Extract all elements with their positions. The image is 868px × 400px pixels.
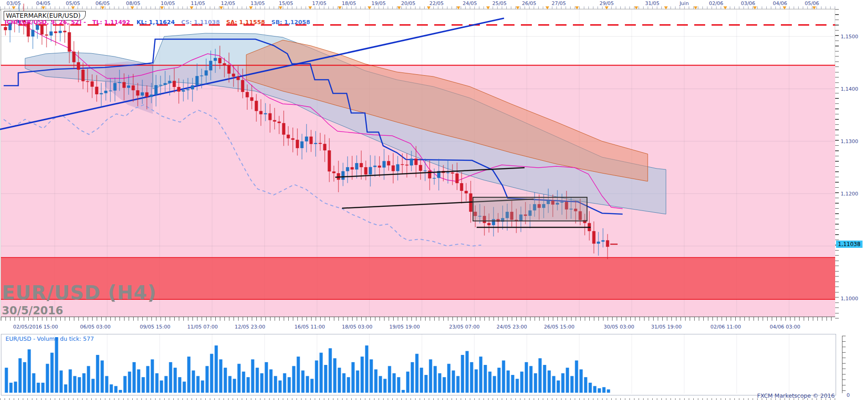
day-marker-arrow-icon <box>368 6 371 10</box>
day-marker-arrow-icon <box>427 6 431 10</box>
indicator-value: SB: 1,12058 <box>271 19 310 26</box>
bottom-axis-label: 12/05 23:00 <box>235 324 265 330</box>
indicator-value: TL: 1,11492 <box>92 19 130 26</box>
day-marker-arrow-icon <box>753 6 757 10</box>
current-price-badge: 1,11038 <box>836 241 863 248</box>
price-tick-label: 1,1400 <box>841 86 858 92</box>
day-marker-arrow-icon <box>12 6 16 10</box>
day-marker-arrow-icon <box>130 6 134 10</box>
bottom-axis-label: 11/05 07:00 <box>187 324 218 330</box>
day-marker-arrow-icon <box>249 6 253 10</box>
symbol-watermark: EUR/USD (H4) <box>2 283 156 303</box>
chart-window: 03/0504/0505/0506/0508/0510/0511/0512/05… <box>0 0 868 400</box>
day-marker-arrow-icon <box>338 6 342 10</box>
bottom-axis-label: 26/05 15:00 <box>544 324 575 330</box>
price-tick-label: 1,1300 <box>841 138 858 144</box>
bottom-axis-label: 24/05 23:00 <box>497 324 527 330</box>
day-marker-arrow-icon <box>42 6 45 10</box>
price-axis-ticks <box>835 9 839 321</box>
volume-axis: 0 <box>839 336 867 396</box>
bottom-tick-ruler <box>1 317 835 321</box>
day-marker-arrow-icon <box>664 6 668 10</box>
day-marker-arrow-icon <box>783 6 786 10</box>
day-marker-arrow-icon <box>457 6 460 10</box>
bottom-axis-label: 19/05 19:00 <box>390 324 420 330</box>
price-tick-label: 1,1000 <box>841 296 858 302</box>
day-marker-arrow-icon <box>160 6 164 10</box>
day-marker-arrow-icon <box>723 6 727 10</box>
day-marker-arrow-icon <box>397 6 401 10</box>
volume-axis-ticks <box>842 336 846 393</box>
bottom-axis-label: 04/06 03:00 <box>770 324 800 330</box>
day-marker-arrow-icon <box>694 6 697 10</box>
price-axis[interactable]: 1,11038 1,15001,14001,13001,12001,1000 <box>835 9 868 321</box>
date-watermark: 30/5/2016 <box>2 304 63 317</box>
bottom-axis-label: 31/05 19:00 <box>651 324 682 330</box>
bottom-axis-label: 16/05 11:00 <box>295 324 325 330</box>
bottom-datetime-axis[interactable]: 02/05/2016 15:0006/05 03:0009/05 15:0011… <box>0 323 868 333</box>
day-marker-arrow-icon <box>219 6 223 10</box>
day-marker-arrow-icon <box>516 6 520 10</box>
price-tick-label: 1,1500 <box>841 34 858 40</box>
volume-panel-title: EUR/USD - Volume du tick: 577 <box>5 335 94 342</box>
day-marker-arrow-icon <box>101 6 104 10</box>
indicator-value: SA: 1,11558 <box>226 19 265 26</box>
bottom-axis-label: 06/05 03:00 <box>80 324 111 330</box>
bottom-axis-label: 18/05 03:00 <box>342 324 373 330</box>
volume-chart[interactable] <box>1 334 835 395</box>
day-marker-arrow-icon <box>605 6 608 10</box>
indicator-value: ICH(EUR/USD, 9, 26, 52) - <box>5 19 86 26</box>
bottom-axis-label: 30/05 03:00 <box>604 324 634 330</box>
day-marker-arrow-icon <box>634 6 638 10</box>
day-marker-arrow-icon <box>279 6 282 10</box>
bottom-axis-label: 02/06 11:00 <box>711 324 741 330</box>
bottom-axis-label: 02/05/2016 15:00 <box>13 324 58 330</box>
volume-zero-label: 0 <box>847 392 850 398</box>
day-marker-arrow-icon <box>190 6 193 10</box>
day-marker-arrow-icon <box>546 6 549 10</box>
day-marker-arrow-icon <box>486 6 490 10</box>
day-marker-arrow-icon <box>71 6 75 10</box>
ichimoku-indicator-readout: ICH(EUR/USD, 9, 26, 52) -TL: 1,11492KL: … <box>5 19 317 26</box>
footer-tick-ruler <box>0 398 835 400</box>
day-marker-arrow-icon <box>812 6 816 10</box>
bottom-axis-label: 09/05 15:00 <box>140 324 171 330</box>
day-marker-arrow-icon <box>308 6 312 10</box>
indicator-value: KL: 1,11624 <box>136 19 175 26</box>
day-marker-arrow-icon <box>575 6 579 10</box>
bottom-axis-label: 23/05 07:00 <box>449 324 480 330</box>
indicator-value: CS: 1,11038 <box>181 19 220 26</box>
price-tick-label: 1,1200 <box>841 191 858 197</box>
